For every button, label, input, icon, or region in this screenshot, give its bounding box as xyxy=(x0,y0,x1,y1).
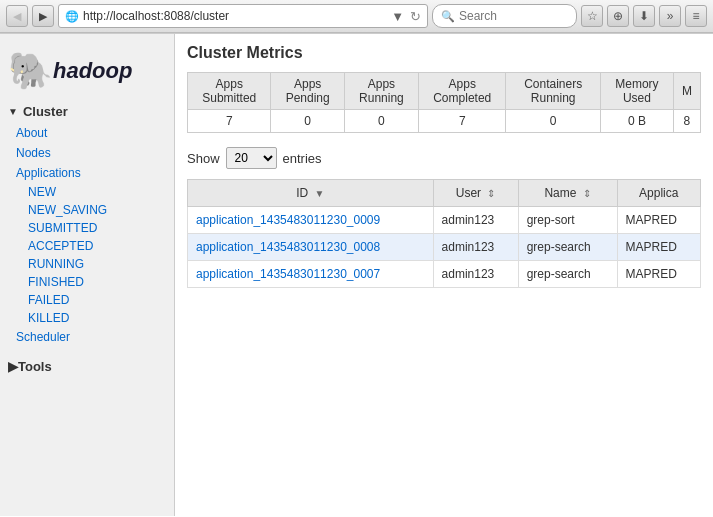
show-label: Show xyxy=(187,151,220,166)
url-text: http://localhost:8088/cluster xyxy=(83,9,391,23)
tools-arrow-icon: ▶ xyxy=(8,359,18,374)
search-box[interactable]: 🔍 xyxy=(432,4,577,28)
cell-name: grep-search xyxy=(518,261,617,288)
show-entries-bar: Show 10 20 25 50 100 entries xyxy=(187,147,701,169)
sidebar-item-accepted[interactable]: ACCEPTED xyxy=(0,237,174,255)
col-user[interactable]: User ⇕ xyxy=(433,180,518,207)
entries-select[interactable]: 10 20 25 50 100 xyxy=(226,147,277,169)
metrics-val-memory: 0 B xyxy=(600,110,673,133)
metrics-table: Apps Submitted Apps Pending Apps Running… xyxy=(187,72,701,133)
cell-type: MAPRED xyxy=(617,234,700,261)
metrics-val-containers: 0 xyxy=(506,110,600,133)
lock-icon: 🌐 xyxy=(65,10,79,23)
download-complete-button[interactable]: ⊕ xyxy=(607,5,629,27)
metrics-val-m: 8 xyxy=(673,110,700,133)
metrics-header-completed: Apps Completed xyxy=(419,73,506,110)
reload-icon[interactable]: ↻ xyxy=(410,9,421,24)
search-icon: 🔍 xyxy=(441,10,455,23)
metrics-val-running: 0 xyxy=(344,110,418,133)
metrics-val-submitted: 7 xyxy=(188,110,271,133)
col-apptype[interactable]: Applica xyxy=(617,180,700,207)
sidebar-item-finished[interactable]: FINISHED xyxy=(0,273,174,291)
address-bar[interactable]: 🌐 http://localhost:8088/cluster ▼ ↻ xyxy=(58,4,428,28)
metrics-header-submitted: Apps Submitted xyxy=(188,73,271,110)
main-content: Cluster Metrics Apps Submitted Apps Pend… xyxy=(175,34,713,516)
cluster-header[interactable]: ▼ Cluster xyxy=(0,100,174,123)
hadoop-logo-text: hadoop xyxy=(53,58,132,84)
metrics-val-pending: 0 xyxy=(271,110,344,133)
sidebar-item-new-saving[interactable]: NEW_SAVING xyxy=(0,201,174,219)
page-title: Cluster Metrics xyxy=(187,44,701,62)
cluster-label: Cluster xyxy=(23,104,68,119)
page-layout: 🐘 hadoop ▼ Cluster About Nodes Applicati… xyxy=(0,34,713,516)
logo-area: 🐘 hadoop xyxy=(0,42,174,100)
cell-name: grep-sort xyxy=(518,207,617,234)
cell-user: admin123 xyxy=(433,261,518,288)
forward-button[interactable]: ▶ xyxy=(32,5,54,27)
sidebar-item-new[interactable]: NEW xyxy=(0,183,174,201)
app-id-link[interactable]: application_1435483011230_0007 xyxy=(196,267,380,281)
download-button[interactable]: ⬇ xyxy=(633,5,655,27)
bookmark-button[interactable]: ☆ xyxy=(581,5,603,27)
sidebar-item-scheduler[interactable]: Scheduler xyxy=(0,327,174,347)
name-sort-icon: ⇕ xyxy=(583,188,591,199)
back-button[interactable]: ◀ xyxy=(6,5,28,27)
elephant-icon: 🐘 xyxy=(8,50,53,92)
cluster-arrow-icon: ▼ xyxy=(8,106,18,117)
table-row: application_1435483011230_0008 admin123 … xyxy=(188,234,701,261)
cell-user: admin123 xyxy=(433,207,518,234)
sidebar-item-running[interactable]: RUNNING xyxy=(0,255,174,273)
sidebar: 🐘 hadoop ▼ Cluster About Nodes Applicati… xyxy=(0,34,175,516)
sidebar-item-killed[interactable]: KILLED xyxy=(0,309,174,327)
metrics-header-containers: Containers Running xyxy=(506,73,600,110)
cluster-section: ▼ Cluster About Nodes Applications NEW N… xyxy=(0,100,174,347)
metrics-header-pending: Apps Pending xyxy=(271,73,344,110)
app-id-link[interactable]: application_1435483011230_0009 xyxy=(196,213,380,227)
tools-section: ▶ Tools xyxy=(0,355,174,378)
metrics-val-completed: 7 xyxy=(419,110,506,133)
sidebar-item-about[interactable]: About xyxy=(0,123,174,143)
tools-label: Tools xyxy=(18,359,52,374)
applications-table: ID ▼ User ⇕ Name ⇕ Applica xyxy=(187,179,701,288)
menu-button[interactable]: ≡ xyxy=(685,5,707,27)
app-id-link[interactable]: application_1435483011230_0008 xyxy=(196,240,380,254)
table-row: application_1435483011230_0009 admin123 … xyxy=(188,207,701,234)
cell-type: MAPRED xyxy=(617,207,700,234)
table-row: application_1435483011230_0007 admin123 … xyxy=(188,261,701,288)
more-button[interactable]: » xyxy=(659,5,681,27)
cell-name: grep-search xyxy=(518,234,617,261)
browser-chrome: ◀ ▶ 🌐 http://localhost:8088/cluster ▼ ↻ … xyxy=(0,0,713,34)
tools-header[interactable]: ▶ Tools xyxy=(0,355,174,378)
user-sort-icon: ⇕ xyxy=(487,188,495,199)
browser-toolbar: ◀ ▶ 🌐 http://localhost:8088/cluster ▼ ↻ … xyxy=(0,0,713,33)
metrics-header-m: M xyxy=(673,73,700,110)
cell-id: application_1435483011230_0009 xyxy=(188,207,434,234)
cell-type: MAPRED xyxy=(617,261,700,288)
refresh-icon[interactable]: ▼ xyxy=(391,9,404,24)
sidebar-item-submitted[interactable]: SUBMITTED xyxy=(0,219,174,237)
metrics-header-running: Apps Running xyxy=(344,73,418,110)
cell-user: admin123 xyxy=(433,234,518,261)
col-id[interactable]: ID ▼ xyxy=(188,180,434,207)
sidebar-item-failed[interactable]: FAILED xyxy=(0,291,174,309)
sidebar-item-applications[interactable]: Applications xyxy=(0,163,174,183)
entries-label: entries xyxy=(283,151,322,166)
id-sort-icon: ▼ xyxy=(315,188,325,199)
sidebar-item-nodes[interactable]: Nodes xyxy=(0,143,174,163)
metrics-header-memory: Memory Used xyxy=(600,73,673,110)
search-input[interactable] xyxy=(459,9,559,23)
cell-id: application_1435483011230_0007 xyxy=(188,261,434,288)
cell-id: application_1435483011230_0008 xyxy=(188,234,434,261)
col-name[interactable]: Name ⇕ xyxy=(518,180,617,207)
